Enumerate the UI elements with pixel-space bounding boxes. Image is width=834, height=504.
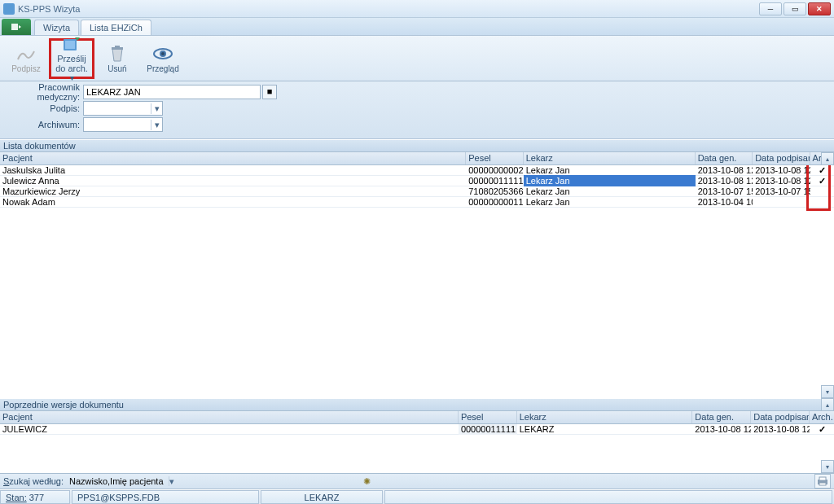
cell-datapod — [753, 201, 810, 203]
col2-arch[interactable]: Arch. — [810, 411, 834, 423]
cell-datagen: 2013-10-04 10:43 — [696, 196, 753, 208]
cell-arch — [810, 201, 834, 203]
svg-rect-0 — [11, 24, 18, 30]
grid2-body[interactable]: JULEWICZ00000011111LEKARZ2013-10-08 12:1… — [0, 424, 834, 473]
app-menu-button[interactable] — [2, 19, 31, 35]
close-button[interactable]: ✕ — [808, 2, 831, 15]
pracownik-input[interactable] — [83, 85, 261, 99]
gear-icon[interactable]: ✺ — [360, 475, 373, 488]
col-pacjent[interactable]: Pacjent — [0, 152, 466, 164]
przeslij-do-arch-button[interactable]: Prześlij do arch.▾ — [49, 38, 94, 79]
grid1-header: Pacjent Pesel Lekarz Data gen. Data podp… — [0, 152, 834, 165]
col2-lekarz[interactable]: Lekarz — [517, 411, 693, 423]
cell-arch: ✓ — [810, 423, 834, 436]
cell-datagen: 2013-10-08 12:13 — [692, 423, 751, 435]
status-user: LEKARZ — [261, 490, 383, 504]
podpisz-button[interactable]: Podpisz — [3, 38, 49, 79]
pracownik-label: Pracownik medyczny: — [5, 82, 83, 102]
cell-pesel: 71080205366 — [466, 186, 523, 197]
svg-rect-10 — [819, 483, 826, 485]
archive-send-icon — [61, 34, 82, 54]
grid2-header: Pacjent Pesel Lekarz Data gen. Data podp… — [0, 411, 834, 424]
cell-datapod: 2013-10-08 12:13 — [753, 175, 810, 186]
scroll-up-button-2[interactable]: ▴ — [821, 398, 834, 411]
col-datagen[interactable]: Data gen. — [696, 152, 753, 164]
svg-rect-9 — [819, 477, 826, 480]
col-datapod[interactable]: Data podpisania — [753, 152, 810, 164]
szukaj-label: Szukaj według: — [3, 476, 64, 486]
usun-button[interactable]: Usuń — [94, 38, 140, 79]
lista-dokumentow-header: Lista dokumentów — [0, 139, 834, 152]
status-db: PPS1@KSPPS.FDB — [72, 490, 259, 504]
col2-datagen[interactable]: Data gen. — [692, 411, 751, 423]
cell-pacjent: Nowak Adam — [0, 196, 466, 208]
svg-rect-4 — [115, 46, 120, 47]
col-pesel[interactable]: Pesel — [466, 152, 523, 164]
search-bar: Szukaj według: Nazwisko,Imię pacjenta ▾ … — [0, 473, 834, 489]
archiwum-combo[interactable]: ▾ — [83, 117, 163, 132]
cell-datagen: 2013-10-07 15:39 — [696, 186, 753, 197]
chevron-down-icon: ▾ — [169, 476, 174, 486]
cell-datapod: 2013-10-08 12:07 — [751, 423, 810, 435]
status-bar: Stan: 377 PPS1@KSPPS.FDB LEKARZ — [0, 489, 834, 504]
tab-row: Wizyta Lista EHZiCh — [0, 18, 834, 36]
col2-pesel[interactable]: Pesel — [459, 411, 517, 423]
grid1-body[interactable]: Jaskulska Julita00000000002Lekarz Jan201… — [0, 165, 834, 398]
chevron-down-icon: ▾ — [151, 120, 162, 130]
cell-datapod: 2013-10-07 15:39 — [753, 186, 810, 197]
cell-arch: ✓ — [810, 175, 834, 187]
podpis-label: Podpis: — [5, 103, 83, 113]
svg-point-7 — [161, 52, 165, 55]
cell-pesel: 00000000011 — [466, 196, 523, 208]
cell-pacjent: Mazurkiewicz Jerzy — [0, 186, 466, 197]
chevron-down-icon: ▾ — [151, 103, 162, 114]
cell-lekarz: LEKARZ — [517, 423, 693, 435]
status-empty — [384, 490, 832, 504]
cell-pesel: 00000011111 — [459, 423, 517, 435]
ribbon-toolbar: Podpisz Prześlij do arch.▾ Usuń Przegląd — [0, 36, 834, 81]
table-row[interactable]: Nowak Adam00000000011Lekarz Jan2013-10-0… — [0, 197, 834, 208]
col2-datapod[interactable]: Data podpisania — [751, 411, 810, 423]
tab-lista-ehzich[interactable]: Lista EHZiCh — [81, 20, 151, 35]
cell-pesel: 00000011111 — [466, 175, 523, 186]
przeglad-button[interactable]: Przegląd — [140, 38, 186, 79]
titlebar: KS-PPS Wizyta ─ ▭ ✕ — [0, 0, 834, 18]
cell-lekarz: Lekarz Jan — [524, 186, 696, 197]
cell-pacjent: JULEWICZ — [0, 423, 459, 435]
col-lekarz[interactable]: Lekarz — [524, 152, 696, 164]
app-icon — [3, 3, 15, 15]
podpis-combo[interactable]: ▾ — [83, 101, 163, 116]
minimize-button[interactable]: ─ — [759, 2, 782, 15]
svg-rect-2 — [65, 41, 75, 49]
archiwum-label: Archiwum: — [5, 120, 83, 129]
scroll-down-button[interactable]: ▾ — [821, 385, 834, 398]
trash-icon — [107, 43, 128, 64]
status-stan: Stan: 377 — [0, 490, 70, 504]
col2-pacjent[interactable]: Pacjent — [0, 411, 459, 423]
print-button[interactable] — [814, 474, 831, 489]
svg-rect-3 — [112, 47, 123, 50]
window-title: KS-PPS Wizyta — [18, 4, 759, 14]
printer-icon — [817, 476, 828, 486]
signature-icon — [15, 43, 37, 64]
szukaj-wedlug-combo[interactable]: Nazwisko,Imię pacjenta ▾ — [67, 476, 357, 487]
cell-lekarz: Lekarz Jan — [524, 196, 696, 208]
clear-pracownik-button[interactable]: ■ — [262, 85, 277, 99]
eye-icon — [152, 43, 173, 64]
scroll-up-button[interactable]: ▴ — [821, 152, 834, 165]
poprzednie-wersje-header: Poprzednie wersje dokumentu — [0, 398, 834, 411]
cell-datagen: 2013-10-08 12:13 — [696, 175, 753, 186]
table-row[interactable]: JULEWICZ00000011111LEKARZ2013-10-08 12:1… — [0, 424, 834, 435]
cell-arch — [810, 191, 834, 192]
tab-wizyta[interactable]: Wizyta — [34, 20, 79, 35]
cell-lekarz: Lekarz Jan — [524, 175, 696, 186]
cell-pacjent: Julewicz Anna — [0, 175, 466, 186]
maximize-button[interactable]: ▭ — [784, 2, 806, 15]
scroll-down-button-2[interactable]: ▾ — [821, 460, 834, 473]
filter-form: Pracownik medyczny: ■ Podpis: ▾ Archiwum… — [0, 81, 834, 139]
